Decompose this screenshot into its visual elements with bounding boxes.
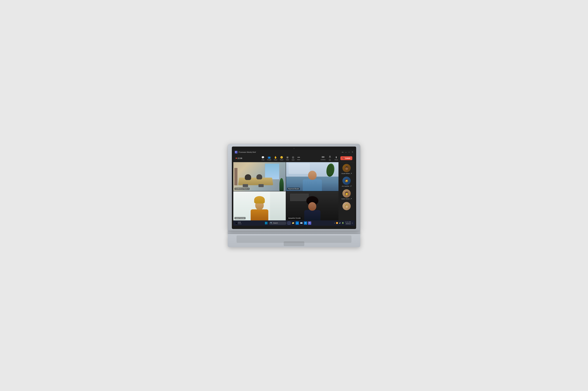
search-icon: 🔍 (270, 222, 272, 224)
video-grid: Conference Room A (233, 162, 338, 220)
main-content: Conference Room A (233, 162, 355, 220)
apps-button[interactable]: ⊡ Apps (290, 155, 296, 161)
minimize-btn[interactable]: — (345, 151, 347, 153)
more-button[interactable]: ••• More (296, 155, 302, 161)
teams-logo (235, 151, 237, 153)
raymond-label: Raymond Boulet (287, 188, 300, 190)
leave-label: Leave (345, 157, 350, 159)
more-icon: ••• (298, 156, 300, 159)
close-btn[interactable]: ✕ (351, 151, 353, 153)
three-dots-btn[interactable]: ••• (342, 151, 343, 153)
svg-rect-1 (236, 152, 237, 153)
apps-icon: ⊡ (292, 156, 294, 159)
laptop-keyboard-deck (228, 234, 360, 247)
taskbar-edge[interactable]: e (296, 221, 299, 225)
camera-icon (322, 156, 324, 159)
mic-button[interactable]: Mic (328, 155, 332, 161)
name-alix: Alix Gauthier 🎤 (342, 186, 351, 187)
participants-sidebar: 👨🏾 Claude Bélisle 🎤 🧔 (338, 162, 355, 220)
name-noemi: Noémi Vincze 🎤 (341, 198, 352, 200)
view-label: View (286, 159, 289, 161)
laptop-hinge (228, 231, 360, 234)
name-claude: Claude Bélisle 🎤 (341, 173, 352, 174)
avatar-noemi: 👩 (342, 189, 351, 197)
clock: 11:11 AM 4/9/2024 (345, 221, 351, 225)
chat-button[interactable]: 💬 Chat (260, 155, 265, 161)
leave-button[interactable]: 📞 Leave (340, 156, 352, 160)
video-cell-conference-room[interactable]: Conference Room A (233, 162, 286, 191)
laptop-screen: Proseware Weekly Brief ••• — □ ✕ (233, 150, 355, 226)
leave-phone-icon: 📞 (342, 157, 345, 159)
raise-button[interactable]: ✋ Raise (273, 155, 278, 161)
title-bar: Proseware Weekly Brief ••• — □ ✕ (233, 150, 355, 155)
clock-date: 4/9/2024 (345, 223, 351, 225)
weather-icon: 🌤 (235, 222, 237, 224)
people-button[interactable]: 👥 People (266, 155, 272, 161)
liane-label: Liane Cormier (235, 217, 246, 219)
more-label: More (297, 159, 300, 160)
window-title: Proseware Weekly Brief (239, 151, 256, 153)
start-button[interactable] (264, 221, 268, 225)
participant-noemi[interactable]: 👩 Noémi Vincze 🎤 (341, 189, 352, 200)
camera-label: Camera (321, 159, 325, 160)
meeting-timer: 22:06 (236, 157, 242, 159)
raise-label: Raise (274, 159, 277, 161)
volume-icon: 🔊 (339, 222, 341, 224)
meeting-toolbar: 22:06 💬 Chat 👥 People (233, 155, 355, 162)
view-button[interactable]: ⊞ View (285, 155, 290, 161)
video-cell-raymond[interactable]: Raymond Boulet (286, 162, 338, 191)
taskbar-teams[interactable]: T (308, 221, 311, 225)
clock-time: 11:11 AM (345, 221, 351, 223)
laptop-lid: Proseware Weekly Brief ••• — □ ✕ (228, 144, 360, 231)
taskbar-search[interactable]: 🔍 Search (269, 221, 286, 225)
avatar-alix: 🧔 (342, 177, 351, 185)
temperature: 71°F (238, 222, 241, 223)
mic-indicator-alix: 🎤 (350, 186, 351, 187)
mic-indicator-claude: 🎤 (350, 173, 352, 174)
participant-extra[interactable]: 👩🏼 (342, 202, 351, 211)
camera-button[interactable]: Camera (320, 155, 327, 161)
wifi-icon: 📶 (336, 222, 338, 224)
battery-icon: 🔋 (342, 222, 344, 224)
timer-display: 22:06 (237, 157, 242, 159)
conf-room-label: Conference Room A (235, 188, 250, 190)
share-button[interactable]: ⬆ Share (333, 155, 339, 161)
avatar-claude: 👨🏾 (342, 164, 351, 172)
recording-indicator (236, 158, 237, 159)
chat-label: Chat (261, 159, 264, 161)
svg-marker-3 (324, 156, 324, 158)
weather-condition: Sunny (238, 223, 241, 224)
chevron-icon: ∧ (334, 222, 335, 224)
taskbar-outlook[interactable]: O (304, 221, 307, 225)
chat-icon: 💬 (261, 156, 264, 159)
svg-rect-5 (329, 156, 330, 157)
people-label: People (267, 159, 271, 161)
raise-icon: ✋ (274, 156, 277, 159)
taskbar: 🌤 71°F Sunny (233, 220, 355, 226)
share-label: Share (334, 159, 338, 161)
mic-indicator-noemi: 🎤 (350, 198, 352, 200)
jacqueline-label: Jacqueline Grondin (287, 217, 302, 219)
svg-rect-2 (322, 156, 324, 158)
taskbar-mail[interactable]: 📧 (300, 221, 303, 225)
participant-alix[interactable]: 🧔 Alix Gauthier 🎤 (342, 177, 351, 187)
video-cell-jacqueline[interactable]: Jacqueline Grondin (286, 191, 338, 220)
screen-bezel: Proseware Weekly Brief ••• — □ ✕ (232, 147, 356, 229)
notification-icon: □ (352, 222, 353, 224)
people-icon: 👥 (268, 156, 270, 159)
laptop: Proseware Weekly Brief ••• — □ ✕ (228, 144, 360, 247)
trackpad[interactable] (284, 241, 304, 246)
react-label: React (280, 159, 283, 161)
search-placeholder: Search (273, 222, 278, 224)
participant-claude[interactable]: 👨🏾 Claude Bélisle 🎤 (341, 164, 352, 174)
view-icon: ⊞ (286, 156, 288, 159)
react-button[interactable]: 😊 React (279, 155, 285, 161)
share-icon: ⬆ (335, 156, 337, 159)
mic-label: Mic (329, 159, 331, 161)
video-cell-liane[interactable]: Liane Cormier (233, 191, 286, 220)
maximize-btn[interactable]: □ (348, 151, 350, 153)
react-icon: 😊 (280, 156, 283, 159)
taskbar-widgets[interactable]: ⊞ (287, 221, 291, 225)
mic-icon (329, 156, 331, 159)
taskbar-files[interactable]: 📁 (291, 221, 295, 225)
